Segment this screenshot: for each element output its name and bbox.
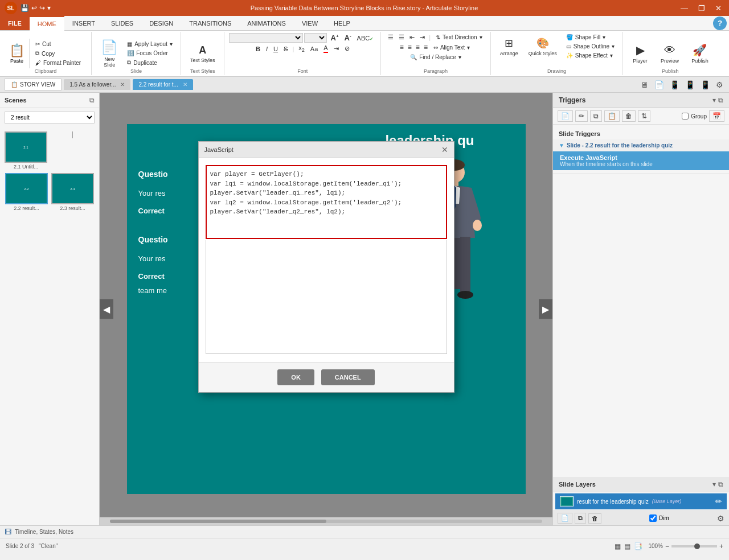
list-view-button[interactable]: ▤ bbox=[623, 541, 632, 551]
layer-edit-button[interactable]: ✏ bbox=[715, 497, 722, 506]
paste-button[interactable]: 📋 Paste bbox=[5, 39, 30, 68]
decrease-font-button[interactable]: A- bbox=[342, 33, 354, 43]
calendar-button[interactable]: 📅 bbox=[709, 110, 724, 122]
duplicate-button[interactable]: ⧉ Duplicate bbox=[124, 58, 176, 67]
shape-fill-button[interactable]: 🪣 Shape Fill ▾ bbox=[563, 33, 618, 42]
arrange-button[interactable]: ⊞ Arrange bbox=[495, 35, 523, 59]
tab-slide-1[interactable]: 1.5 As a follower... ✕ bbox=[64, 79, 130, 90]
trigger-group-header[interactable]: ▼ Slide - 2.2 result for the leadership … bbox=[553, 139, 729, 151]
canvas-hscroll[interactable] bbox=[100, 517, 552, 525]
find-replace-button[interactable]: 🔍 Find / Replace ▾ bbox=[407, 53, 464, 61]
focus-order-button[interactable]: 🔢 Focus Order bbox=[124, 49, 176, 57]
slide-view-button[interactable]: 📄 bbox=[653, 79, 665, 90]
settings-view-button[interactable]: ⚙ bbox=[715, 79, 724, 90]
increase-font-button[interactable]: A+ bbox=[328, 33, 341, 43]
tab-file[interactable]: FILE bbox=[0, 16, 30, 30]
save-button[interactable]: 💾 bbox=[21, 4, 29, 12]
trigger-copy-button[interactable]: ⧉ bbox=[590, 110, 602, 122]
bullets-button[interactable]: ☰ bbox=[386, 33, 396, 42]
grid-view-button[interactable]: ▦ bbox=[613, 541, 622, 551]
minimize-button[interactable]: — bbox=[678, 3, 691, 14]
triggers-float-button[interactable]: ⧉ bbox=[718, 96, 723, 104]
quick-styles-button[interactable]: 🎨 Quick Styles bbox=[524, 35, 562, 59]
preview-button[interactable]: 👁 Preview bbox=[656, 42, 683, 66]
code-editor-top[interactable]: var player = GetPlayer(); var lq1 = wind… bbox=[206, 165, 447, 239]
underline-button[interactable]: U bbox=[271, 45, 280, 53]
phone-view-button[interactable]: 📱 bbox=[684, 79, 696, 90]
align-center-button[interactable]: ≡ bbox=[406, 43, 413, 52]
increase-indent2-button[interactable]: ⇥ bbox=[417, 33, 427, 42]
layer-add-button[interactable]: 📄 bbox=[558, 513, 572, 524]
player-button[interactable]: ▶ Player bbox=[628, 41, 653, 66]
tab-slide-2-close[interactable]: ✕ bbox=[183, 81, 187, 88]
shape-outline-button[interactable]: ▭ Shape Outline ▾ bbox=[563, 42, 618, 51]
layers-collapse-button[interactable]: ▾ bbox=[712, 480, 716, 488]
italic-button[interactable]: I bbox=[264, 45, 270, 53]
trigger-add-button[interactable]: 📄 bbox=[558, 110, 573, 122]
tab-animations[interactable]: ANIMATIONS bbox=[239, 16, 294, 30]
cancel-button[interactable]: CANCEL bbox=[321, 369, 375, 385]
font-color-button[interactable]: A bbox=[321, 44, 330, 53]
justify-button[interactable]: ≡ bbox=[422, 43, 429, 52]
copy-button[interactable]: ⧉ Copy bbox=[32, 49, 84, 58]
tab-help[interactable]: HELP bbox=[326, 16, 358, 30]
tab-slide-1-close[interactable]: ✕ bbox=[120, 81, 125, 88]
bold-button[interactable]: B bbox=[253, 45, 263, 53]
tablet-view-button[interactable]: 📱 bbox=[669, 79, 681, 90]
numbering-button[interactable]: ☰ bbox=[396, 33, 407, 42]
publish-button[interactable]: 🚀 Publish bbox=[687, 41, 713, 66]
new-slide-button[interactable]: 📄 NewSlide bbox=[96, 37, 122, 70]
font-family-select[interactable] bbox=[229, 33, 303, 43]
clear-format-button[interactable]: ⊘ bbox=[342, 44, 352, 53]
mobile-view-button[interactable]: 📱 bbox=[699, 79, 711, 90]
apply-layout-button[interactable]: ▦ Apply Layout ▾ bbox=[124, 40, 176, 48]
tab-insert[interactable]: INSERT bbox=[64, 16, 103, 30]
trigger-move-button[interactable]: ⇅ bbox=[638, 110, 650, 122]
zoom-slider[interactable] bbox=[671, 545, 717, 547]
layer-copy-button[interactable]: ⧉ bbox=[575, 513, 586, 524]
normal-view-button[interactable]: 🖥 bbox=[640, 79, 650, 90]
shape-effect-button[interactable]: ✨ Shape Effect ▾ bbox=[563, 51, 618, 60]
tab-transitions[interactable]: TRANSITIONS bbox=[181, 16, 239, 30]
dialog-close-button[interactable]: ✕ bbox=[441, 145, 448, 154]
group-checkbox[interactable] bbox=[682, 113, 689, 120]
nav-right-arrow[interactable]: ▶ bbox=[539, 299, 552, 319]
trigger-edit-button[interactable]: ✏ bbox=[575, 110, 588, 122]
tab-view[interactable]: VIEW bbox=[294, 16, 326, 30]
slide-thumb-23[interactable]: 2.3 2.3 result... bbox=[51, 173, 94, 211]
triggers-collapse-button[interactable]: ▾ bbox=[712, 96, 716, 104]
dim-checkbox[interactable] bbox=[649, 514, 657, 522]
slide-thumb-22[interactable]: 2.2 2.2 result... bbox=[5, 173, 48, 211]
spell-check-button[interactable]: ABC✓ bbox=[355, 34, 376, 42]
text-styles-button[interactable]: A Text Styles bbox=[186, 42, 220, 65]
decrease-indent2-button[interactable]: ⇤ bbox=[407, 33, 417, 42]
tab-slide-2[interactable]: 2.2 result for t... ✕ bbox=[133, 79, 193, 90]
tab-design[interactable]: DESIGN bbox=[141, 16, 181, 30]
scenes-collapse-button[interactable]: ⧉ bbox=[89, 96, 95, 104]
layer-settings-button[interactable]: ⚙ bbox=[717, 514, 724, 523]
tab-home[interactable]: HOME bbox=[30, 16, 64, 31]
trigger-paste-button[interactable]: 📋 bbox=[604, 110, 620, 122]
align-text-button[interactable]: ⇔ Align Text ▾ bbox=[430, 43, 473, 52]
layer-delete-button[interactable]: 🗑 bbox=[588, 513, 601, 524]
cut-button[interactable]: ✂ Cut bbox=[32, 40, 84, 48]
subscript-button[interactable]: x2 bbox=[296, 44, 307, 53]
zoom-out-button[interactable]: − bbox=[665, 542, 669, 550]
redo-button[interactable]: ↪ bbox=[39, 4, 45, 12]
text-direction-button[interactable]: ⇅ Text Direction ▾ bbox=[432, 33, 486, 42]
close-button[interactable]: ✕ bbox=[712, 3, 724, 14]
tab-slides[interactable]: SLIDES bbox=[103, 16, 141, 30]
scene-select[interactable]: 2 result bbox=[5, 112, 95, 123]
layers-float-button[interactable]: ⧉ bbox=[718, 480, 723, 488]
outline-view-button[interactable]: 📑 bbox=[633, 541, 644, 551]
trigger-item[interactable]: Execute JavaScript When the timeline sta… bbox=[553, 151, 729, 170]
strikethrough-button[interactable]: S bbox=[281, 45, 290, 53]
zoom-in-button[interactable]: + bbox=[719, 542, 723, 550]
font-size-select[interactable] bbox=[304, 33, 327, 43]
change-case-button[interactable]: Aa bbox=[308, 45, 320, 53]
trigger-delete-button[interactable]: 🗑 bbox=[622, 110, 636, 122]
increase-indent-button[interactable]: ⇥ bbox=[331, 44, 341, 53]
restore-button[interactable]: ❐ bbox=[695, 3, 708, 14]
code-editor-bottom[interactable] bbox=[206, 240, 447, 354]
slide-thumb-21[interactable]: 2.1 2.1 Untitl... bbox=[5, 131, 47, 170]
